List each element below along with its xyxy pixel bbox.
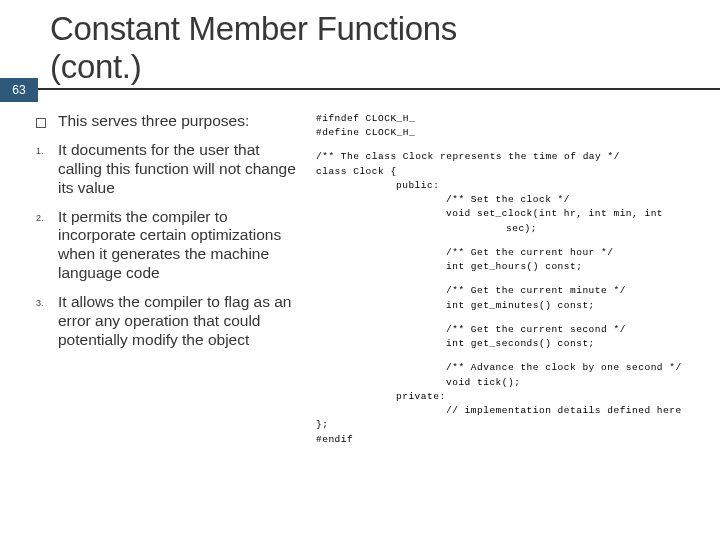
code-line: sec); [316, 222, 710, 236]
bullet-number-3: 3. [36, 293, 58, 350]
code-line: /** Get the current hour */ [316, 246, 710, 260]
code-line: #endif [316, 433, 710, 447]
bullet-item-3: 3. It allows the compiler to flag as an … [36, 293, 304, 350]
page-number-badge: 63 [0, 78, 38, 102]
code-line: void set_clock(int hr, int min, int [316, 207, 710, 221]
code-line: /** Set the clock */ [316, 193, 710, 207]
code-line: /** The class Clock represents the time … [316, 150, 710, 164]
code-line: int get_hours() const; [316, 260, 710, 274]
bullet-text-1: It documents for the user that calling t… [58, 141, 304, 198]
bullet-item-2: 2. It permits the compiler to incorporat… [36, 208, 304, 284]
code-line: public: [316, 179, 710, 193]
code-line: class Clock { [316, 165, 710, 179]
bullet-intro: This serves three purposes: [36, 112, 304, 131]
code-line: void tick(); [316, 376, 710, 390]
code-line: /** Get the current second */ [316, 323, 710, 337]
bullet-number-2: 2. [36, 208, 58, 284]
slide-body: This serves three purposes: 1. It docume… [0, 90, 720, 457]
bullet-column: This serves three purposes: 1. It docume… [36, 112, 304, 447]
code-line: #ifndef CLOCK_H_ [316, 112, 710, 126]
code-line: int get_minutes() const; [316, 299, 710, 313]
slide-header: Constant Member Functions (cont.) 63 [0, 0, 720, 90]
bullet-text-2: It permits the compiler to incorporate c… [58, 208, 304, 284]
code-line: private: [316, 390, 710, 404]
code-line: /** Get the current minute */ [316, 284, 710, 298]
code-line: }; [316, 418, 710, 432]
bullet-intro-text: This serves three purposes: [58, 112, 249, 131]
code-line: // implementation details defined here [316, 404, 710, 418]
title-line-1: Constant Member Functions [50, 10, 457, 47]
bullet-item-1: 1. It documents for the user that callin… [36, 141, 304, 198]
code-line: /** Advance the clock by one second */ [316, 361, 710, 375]
page-number: 63 [12, 83, 25, 97]
title-underline [0, 88, 720, 90]
slide-title: Constant Member Functions (cont.) [50, 10, 720, 86]
square-bullet-icon [36, 112, 58, 131]
code-column: #ifndef CLOCK_H_ #define CLOCK_H_ /** Th… [316, 112, 710, 447]
title-line-2: (cont.) [50, 48, 141, 85]
code-line: #define CLOCK_H_ [316, 126, 710, 140]
bullet-text-3: It allows the compiler to flag as an err… [58, 293, 304, 350]
bullet-number-1: 1. [36, 141, 58, 198]
code-line: int get_seconds() const; [316, 337, 710, 351]
